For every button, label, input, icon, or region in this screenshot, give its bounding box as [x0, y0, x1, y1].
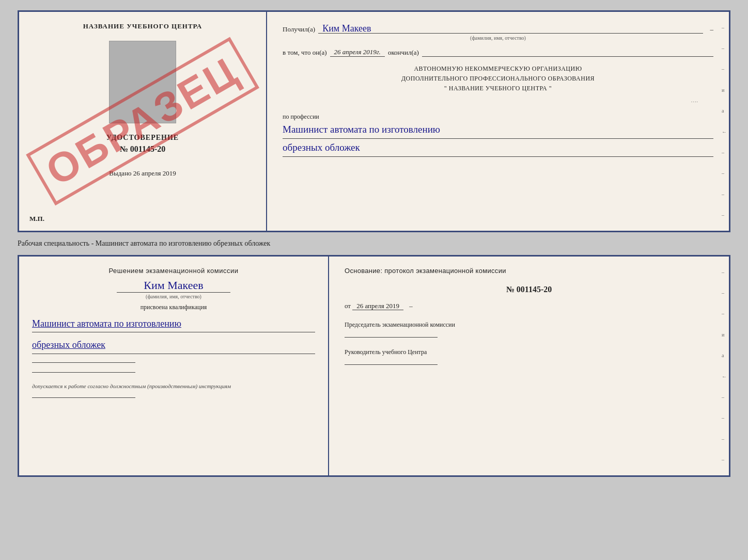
- school-title-top: НАЗВАНИЕ УЧЕБНОГО ЦЕНТРА: [83, 22, 202, 30]
- mp-label: М.П.: [29, 215, 44, 223]
- basis-label: Основание: протокол экзаменационной коми…: [345, 267, 713, 275]
- right-edge-marks-bottom: – – – и а ← – – – –: [720, 257, 729, 475]
- protocol-date-value: 26 апреля 2019: [352, 302, 403, 310]
- profession-line2: обрезных обложек: [283, 139, 713, 157]
- cert-title: УДОСТОВЕРЕНИЕ: [106, 134, 179, 142]
- top-doc-left: НАЗВАНИЕ УЧЕБНОГО ЦЕНТРА УДОСТОВЕРЕНИЕ №…: [19, 12, 267, 231]
- in-that-row: в том, что он(а) 26 апреля 2019г. окончи…: [283, 48, 713, 57]
- bottom-doc-right: Основание: протокол экзаменационной коми…: [329, 257, 729, 475]
- protocol-date-prefix: от: [345, 302, 351, 310]
- qualification-line2: обрезных обложек: [32, 337, 315, 354]
- received-label: Получил(а): [283, 25, 315, 34]
- top-document: НАЗВАНИЕ УЧЕБНОГО ЦЕНТРА УДОСТОВЕРЕНИЕ №…: [18, 10, 730, 232]
- profession-block: по профессии Машинист автомата по изгото…: [283, 113, 713, 157]
- top-doc-right: Получил(а) Ким Макеев – (фамилия, имя, о…: [267, 12, 729, 231]
- org-block: АВТОНОМНУЮ НЕКОММЕРЧЕСКУЮ ОРГАНИЗАЦИЮ ДО…: [283, 64, 713, 94]
- assigned-text: присвоена квалификация: [32, 303, 315, 311]
- sig-line-1: [32, 362, 135, 363]
- profession-label: по профессии: [283, 113, 713, 121]
- sig-line-3: [32, 397, 135, 398]
- document-container: НАЗВАНИЕ УЧЕБНОГО ЦЕНТРА УДОСТОВЕРЕНИЕ №…: [18, 10, 730, 477]
- bottom-name: Ким Макеев: [144, 279, 203, 292]
- org-line1: АВТОНОМНУЮ НЕКОММЕРЧЕСКУЮ ОРГАНИЗАЦИЮ: [283, 64, 713, 74]
- komissia-title: Решением экзаменационной комиссии: [32, 267, 315, 275]
- cert-issued: Выдано 26 апреля 2019: [109, 169, 176, 178]
- chairman-label: Председатель экзаменационной комиссии: [345, 321, 713, 329]
- protocol-number: № 001145-20: [345, 285, 713, 294]
- date-value: 26 апреля 2019г.: [334, 48, 381, 56]
- separator-text: Рабочая специальность - Машинист автомат…: [18, 237, 270, 250]
- допускается-text: допускается к работе согласно должностны…: [32, 383, 315, 389]
- org-line3: " НАЗВАНИЕ УЧЕБНОГО ЦЕНТРА ": [283, 84, 713, 93]
- photo-placeholder: [109, 41, 176, 123]
- chairman-sig-line: [345, 337, 438, 338]
- profession-line1: Машинист автомата по изготовлению: [283, 121, 713, 139]
- protocol-date: от 26 апреля 2019 –: [345, 302, 713, 310]
- received-name: Ким Макеев: [322, 23, 371, 34]
- right-edge-marks-top: – – – и а ← – – – –: [720, 12, 729, 231]
- bottom-doc-left: Решением экзаменационной комиссии Ким Ма…: [19, 257, 329, 475]
- руководитель-label: Руководитель учебного Центра: [345, 348, 713, 357]
- received-row: Получил(а) Ким Макеев –: [283, 22, 713, 34]
- issued-date: 26 апреля 2019: [133, 169, 176, 177]
- qualification-line1: Машинист автомата по изготовлению: [32, 315, 315, 332]
- finished-label: окончил(а): [388, 49, 419, 57]
- bottom-name-subtext: (фамилия, имя, отчество): [117, 292, 230, 299]
- руководитель-sig-line: [345, 364, 438, 365]
- issued-label: Выдано: [109, 169, 131, 177]
- cert-number: № 001145-20: [120, 145, 166, 154]
- bottom-document: Решением экзаменационной комиссии Ким Ма…: [18, 255, 730, 477]
- org-line2: ДОПОЛНИТЕЛЬНОГО ПРОФЕССИОНАЛЬНОГО ОБРАЗО…: [283, 74, 713, 84]
- chairman-block: Председатель экзаменационной комиссии: [345, 321, 713, 338]
- name-subtext-top: (фамилия, имя, отчество): [283, 35, 713, 41]
- руководитель-block: Руководитель учебного Центра: [345, 348, 713, 365]
- sig-line-2: [32, 372, 135, 373]
- in-that-label: в том, что он(а): [283, 49, 327, 57]
